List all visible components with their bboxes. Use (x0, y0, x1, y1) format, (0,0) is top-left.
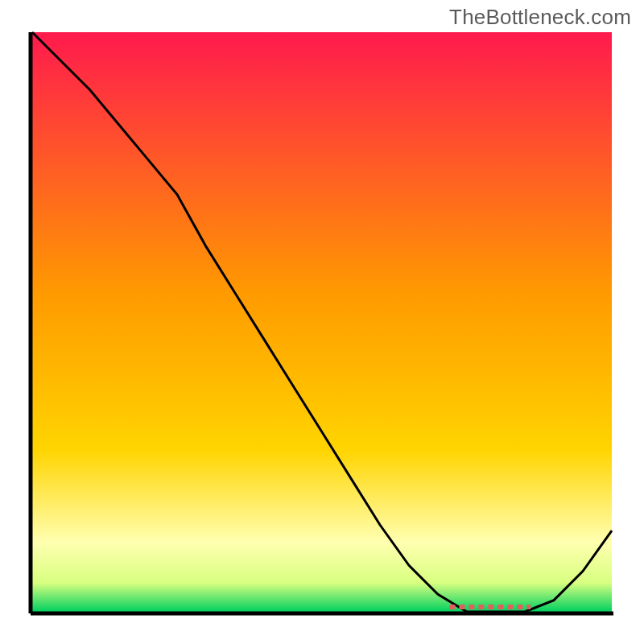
bottleneck-chart (0, 0, 644, 644)
watermark-text: TheBottleneck.com (449, 5, 631, 30)
plot-background (32, 32, 612, 612)
